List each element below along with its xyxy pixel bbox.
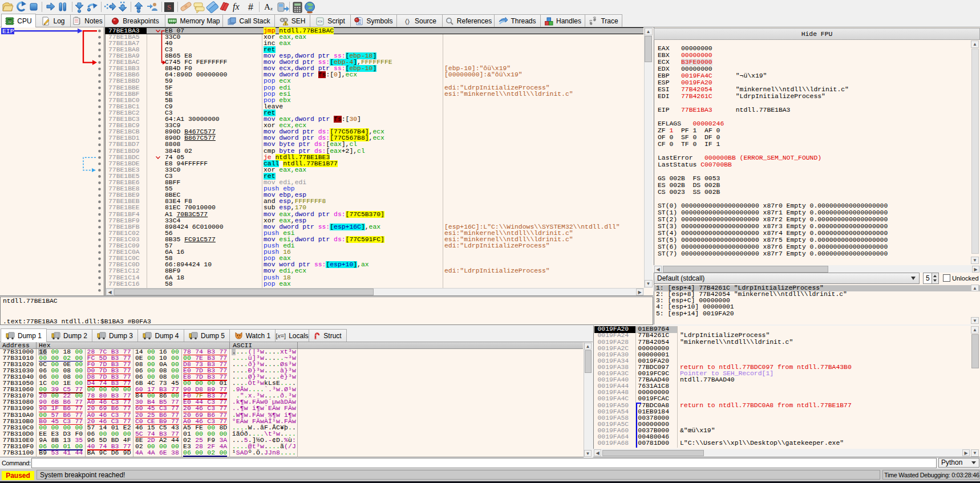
svg-text:S: S [167,3,171,11]
svg-text:#: # [248,2,253,12]
svg-text:z: z [270,6,273,11]
svg-text:A: A [264,2,270,11]
svg-text:EIP: EIP [2,28,14,35]
svg-text:32: 32 [8,19,12,23]
svg-text:<>: <> [318,19,322,24]
svg-text:!: ! [285,22,286,26]
svg-text:fx: fx [233,2,240,12]
svg-text:〈〉: 〈〉 [405,18,410,26]
